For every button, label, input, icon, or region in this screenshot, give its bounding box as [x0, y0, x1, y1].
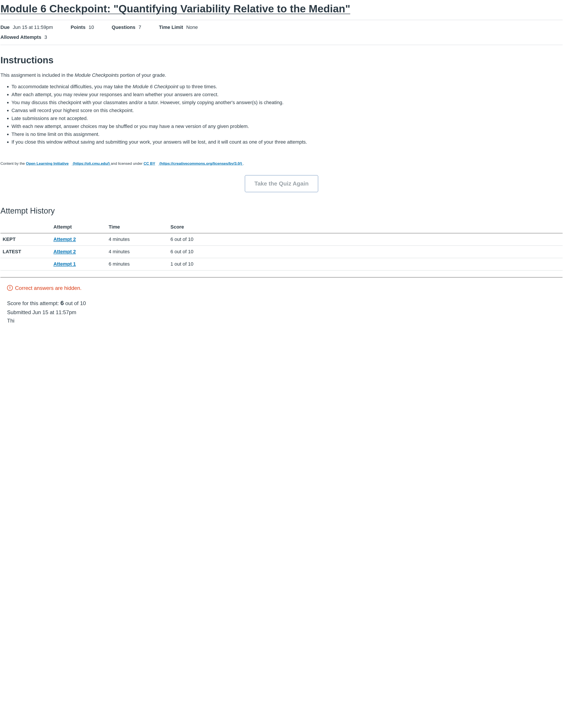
- row-time: 4 minutes: [106, 233, 168, 246]
- ccby-link[interactable]: CC BY: [143, 161, 155, 166]
- instructions-list: To accommodate technical difficulties, y…: [0, 83, 563, 146]
- attempt-history-heading: Attempt History: [0, 205, 563, 216]
- list-item: If you close this window without saving …: [11, 139, 563, 146]
- quiz-meta: Due Jun 15 at 11:59pm Points 10 Question…: [0, 20, 563, 45]
- meta-time-limit-value: None: [186, 24, 198, 30]
- row-time: 4 minutes: [106, 246, 168, 258]
- meta-due-value: Jun 15 at 11:59pm: [13, 24, 53, 30]
- list-item: You may discuss this checkpoint with you…: [11, 99, 563, 106]
- oli-link[interactable]: Open Learning Initiative: [26, 161, 69, 166]
- attempt-link[interactable]: Attempt 2: [53, 249, 76, 254]
- list-item-text-post: up to three times.: [178, 84, 217, 89]
- attempt-link[interactable]: Attempt 2: [53, 236, 76, 242]
- attribution-prefix: Content by the: [0, 161, 26, 166]
- meta-points-label: Points: [71, 24, 85, 30]
- warning-icon: !: [7, 285, 13, 291]
- hidden-answers-text: Correct answers are hidden.: [15, 284, 81, 292]
- list-item: To accommodate technical difficulties, y…: [11, 83, 563, 90]
- ccby-url-link[interactable]: (https://creativecommons.org/licenses/by…: [158, 161, 243, 166]
- oli-url-link[interactable]: (https://oli.cmu.edu/): [72, 161, 111, 166]
- attempt-history-table: Attempt Time Score KEPT Attempt 2 4 minu…: [0, 221, 563, 270]
- meta-questions-value: 7: [138, 24, 141, 30]
- col-header-score: Score: [168, 221, 563, 233]
- meta-allowed-attempts: Allowed Attempts 3: [0, 34, 47, 41]
- meta-due-label: Due: [0, 24, 10, 30]
- instructions-intro-post: portion of your grade.: [119, 72, 166, 78]
- row-tag: KEPT: [0, 233, 51, 246]
- meta-due: Due Jun 15 at 11:59pm: [0, 24, 53, 31]
- score-line: Score for this attempt: 6 out of 10: [7, 298, 563, 308]
- meta-time-limit: Time Limit None: [159, 24, 198, 31]
- col-header-time: Time: [106, 221, 168, 233]
- attribution-suffix: .: [243, 161, 244, 166]
- score-line-value: 6: [60, 300, 64, 306]
- divider: [0, 277, 563, 278]
- meta-allowed-attempts-value: 3: [44, 34, 47, 40]
- list-item: After each attempt, you may review your …: [11, 91, 563, 98]
- table-row: LATEST Attempt 2 4 minutes 6 out of 10: [0, 246, 563, 258]
- row-score: 6 out of 10: [168, 246, 563, 258]
- attribution: Content by the Open Learning Initiative …: [0, 161, 563, 166]
- row-tag: LATEST: [0, 246, 51, 258]
- table-row: KEPT Attempt 2 4 minutes 6 out of 10: [0, 233, 563, 246]
- truncated-line: Thi: [7, 317, 563, 325]
- take-quiz-again-button[interactable]: Take the Quiz Again: [245, 175, 318, 192]
- instructions-intro-pre: This assignment is included in the: [0, 72, 75, 78]
- instructions-intro-em: Module Checkpoints: [75, 72, 118, 78]
- hidden-answers-banner: ! Correct answers are hidden.: [7, 284, 563, 292]
- row-score: 6 out of 10: [168, 233, 563, 246]
- list-item: Canvas will record your highest score on…: [11, 107, 563, 114]
- score-summary: Score for this attempt: 6 out of 10 Subm…: [7, 298, 563, 325]
- list-item: Late submissions are not accepted.: [11, 115, 563, 122]
- meta-points: Points 10: [71, 24, 94, 31]
- list-item: With each new attempt, answer choices ma…: [11, 123, 563, 130]
- list-item-text-em: Module 6 Checkpoint: [133, 84, 178, 89]
- meta-questions: Questions 7: [112, 24, 141, 31]
- list-item-text-pre: To accommodate technical difficulties, y…: [11, 84, 133, 89]
- meta-allowed-attempts-label: Allowed Attempts: [0, 34, 41, 40]
- row-time: 6 minutes: [106, 258, 168, 270]
- attribution-mid: and licensed under: [111, 161, 143, 166]
- meta-time-limit-label: Time Limit: [159, 24, 183, 30]
- attempt-link[interactable]: Attempt 1: [53, 261, 76, 267]
- instructions-heading: Instructions: [0, 54, 563, 67]
- meta-questions-label: Questions: [112, 24, 135, 30]
- table-row: Attempt 1 6 minutes 1 out of 10: [0, 258, 563, 270]
- list-item: There is no time limit on this assignmen…: [11, 131, 563, 138]
- meta-points-value: 10: [88, 24, 94, 30]
- col-header-attempt: Attempt: [51, 221, 106, 233]
- score-line-post: out of 10: [64, 300, 86, 306]
- score-line-pre: Score for this attempt:: [7, 300, 60, 306]
- submitted-line: Submitted Jun 15 at 11:57pm: [7, 308, 563, 317]
- row-tag: [0, 258, 51, 270]
- page-title: Module 6 Checkpoint: "Quantifying Variab…: [0, 2, 563, 15]
- instructions-intro: This assignment is included in the Modul…: [0, 72, 563, 79]
- col-header-tag: [0, 221, 51, 233]
- row-score: 1 out of 10: [168, 258, 563, 270]
